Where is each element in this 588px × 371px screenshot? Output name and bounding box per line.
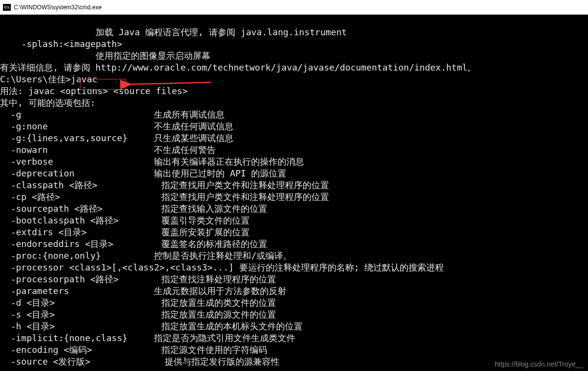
window-titlebar: C:\. C:\WINDOWS\system32\cmd.exe: [0, 0, 588, 15]
terminal-line: -bootclasspath <路径> 覆盖引导类文件的位置: [0, 215, 588, 226]
window-title: C:\WINDOWS\system32\cmd.exe: [14, 4, 102, 11]
terminal-line: -cp <路径> 指定查找用户类文件和注释处理程序的位置: [0, 191, 588, 203]
terminal-line: -deprecation 输出使用已过时的 API 的源位置: [0, 168, 588, 179]
terminal-line: -d <目录> 指定放置生成的类文件的位置: [0, 297, 588, 309]
terminal-line: -extdirs <目录> 覆盖所安装扩展的位置: [0, 226, 588, 238]
terminal-line: -classpath <路径> 指定查找用户类文件和注释处理程序的位置: [0, 179, 588, 191]
terminal-line: -implicit:{none,class} 指定是否为隐式引用文件生成类文件: [0, 332, 588, 344]
terminal-line: 用法: javac <options> <source files>: [0, 85, 588, 97]
terminal-line: -endorseddirs <目录> 覆盖签名的标准路径的位置: [0, 238, 588, 250]
terminal-line: -encoding <编码> 指定源文件使用的字符编码: [0, 344, 588, 356]
watermark-text: https://blog.csdn.net/Troye__: [495, 360, 583, 368]
terminal-line: -proc:{none,only} 控制是否执行注释处理和/或编译。: [0, 250, 588, 262]
cmd-icon: C:\.: [3, 4, 11, 11]
terminal-line: -processorpath <路径> 指定查找注释处理程序的位置: [0, 273, 588, 285]
terminal-line: -verbose 输出有关编译器正在执行的操作的消息: [0, 156, 588, 168]
terminal-output[interactable]: 加载 Java 编程语言代理, 请参阅 java.lang.instrument…: [0, 15, 588, 371]
terminal-line: C:\Users\佳佳>javac: [0, 74, 588, 85]
terminal-line: -parameters 生成元数据以用于方法参数的反射: [0, 285, 588, 297]
terminal-line: -h <目录> 指定放置生成的本机标头文件的位置: [0, 321, 588, 332]
terminal-line: -sourcepath <路径> 指定查找输入源文件的位置: [0, 203, 588, 215]
terminal-line: -g:none 不生成任何调试信息: [0, 121, 588, 132]
terminal-line: -processor <class1>[,<class2>,<class3>..…: [0, 262, 588, 273]
terminal-line: -nowarn 不生成任何警告: [0, 144, 588, 156]
terminal-line: -g:{lines,vars,source} 只生成某些调试信息: [0, 132, 588, 144]
terminal-line: 使用指定的图像显示启动屏幕: [0, 50, 588, 62]
terminal-line: -s <目录> 指定放置生成的源文件的位置: [0, 309, 588, 321]
terminal-line: -splash:<imagepath>: [0, 38, 588, 50]
terminal-line: 有关详细信息, 请参阅 http://www.oracle.com/techne…: [0, 62, 588, 74]
terminal-line: 其中, 可能的选项包括:: [0, 97, 588, 109]
terminal-line: -g 生成所有调试信息: [0, 109, 588, 121]
terminal-line: 加载 Java 编程语言代理, 请参阅 java.lang.instrument: [0, 26, 588, 38]
